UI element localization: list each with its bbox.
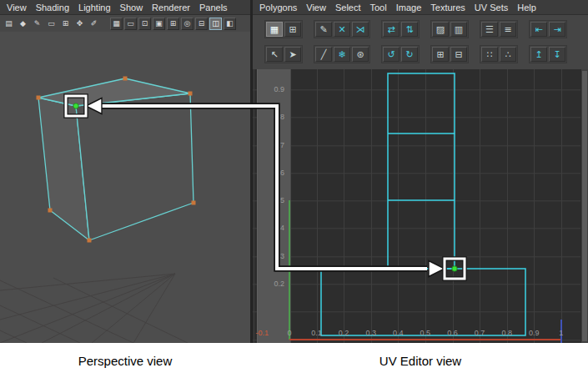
uv-smudge-icon[interactable]: ⊞ xyxy=(284,22,301,37)
menu-tool[interactable]: Tool xyxy=(366,2,391,13)
v-tick-label: 0.4 xyxy=(257,214,284,242)
safe-action-icon[interactable]: ◎ xyxy=(181,18,193,30)
menu-renderer[interactable]: Renderer xyxy=(148,2,194,13)
film-gate-icon[interactable]: ▭ xyxy=(124,18,137,30)
toolbar-separator xyxy=(102,23,108,24)
icon-glyph: ✕ xyxy=(338,25,345,34)
menu-image[interactable]: Image xyxy=(392,2,426,13)
uv-editor-canvas[interactable]: 0.90.80.70.60.50.40.30.2 -0.100.10.20.30… xyxy=(253,69,588,343)
grid-snap-minus-icon[interactable]: ⊟ xyxy=(450,47,467,62)
uv-toolbar-group: ╱❄⊛ xyxy=(314,45,370,63)
cut-uv-icon[interactable]: ✎ xyxy=(315,22,332,37)
u-tick-label: 0.6 xyxy=(439,329,466,337)
icon-glyph: ✐ xyxy=(91,20,98,28)
v-tick-label: 0.3 xyxy=(257,243,284,270)
delete-uv-icon[interactable]: ✕ xyxy=(334,22,350,37)
select-shell-tool-icon[interactable]: ➤ xyxy=(284,47,301,62)
unfold-uv-icon[interactable]: ❄ xyxy=(334,47,350,62)
icon-glyph: ∴ xyxy=(505,50,511,59)
menu-show[interactable]: Show xyxy=(116,2,148,13)
align-top-icon[interactable]: ↥ xyxy=(530,47,547,62)
icon-glyph: ✎ xyxy=(319,25,327,34)
grid-snap-plus-icon[interactable]: ⊞ xyxy=(432,47,449,62)
rotate-ccw-icon[interactable]: ↺ xyxy=(383,47,400,62)
snap-right-icon[interactable]: ⇥ xyxy=(549,22,565,37)
uv-lattice-icon[interactable]: ▦ xyxy=(266,22,283,37)
u-axis-tick-labels: -0.100.10.20.30.40.50.60.70.80.91 xyxy=(253,329,575,337)
straighten-uv-icon[interactable]: ╱ xyxy=(315,47,332,62)
icon-glyph: ▦ xyxy=(113,20,120,28)
scrollbar-thumb[interactable] xyxy=(582,71,587,341)
camera-attributes-icon[interactable]: ✎ xyxy=(31,18,43,30)
align-shells-icon[interactable]: ≡ xyxy=(500,22,516,37)
uv-toolbar-row-2: ↖➤ ╱❄⊛ ↺↻ ⊞⊟ ∷∴ ↥↧ xyxy=(264,42,588,67)
uv-toolbar-group: ⊞⊟ xyxy=(430,45,469,63)
safe-title-icon[interactable]: ⊟ xyxy=(195,18,208,30)
menu-help[interactable]: Help xyxy=(513,2,540,13)
u-tick-label: -0.1 xyxy=(253,329,276,337)
menu-view[interactable]: View xyxy=(3,2,31,13)
relax-uv-icon[interactable]: ⊛ xyxy=(352,47,369,62)
icon-glyph: ↧ xyxy=(553,50,560,59)
v-tick-label: 0.8 xyxy=(257,103,284,131)
rotate-cw-icon[interactable]: ↻ xyxy=(401,47,418,62)
menu-shading[interactable]: Shading xyxy=(32,2,73,13)
menu-lighting[interactable]: Lighting xyxy=(74,2,115,13)
icon-glyph: ≡ xyxy=(504,25,511,34)
uv-toolbar-group: ↺↻ xyxy=(381,45,420,63)
uv-toolbar-group: ↥↧ xyxy=(529,45,567,63)
v-axis-tick-labels: 0.90.80.70.60.50.40.30.2 xyxy=(257,76,284,298)
pixel-snap-icon[interactable]: ∴ xyxy=(500,47,516,62)
pan-zoom-icon[interactable]: ✥ xyxy=(73,18,86,30)
resolution-gate-icon[interactable]: ⊡ xyxy=(138,18,151,30)
lock-camera-icon[interactable]: ◆ xyxy=(17,18,29,30)
icon-glyph: ⊛ xyxy=(356,50,364,59)
gate-mask-icon[interactable]: ▣ xyxy=(153,18,165,30)
u-tick-label: 0.1 xyxy=(303,329,330,337)
icon-glyph: ◫ xyxy=(212,20,219,28)
match-grid-icon[interactable]: ∷ xyxy=(481,47,498,62)
icon-glyph: ⇤ xyxy=(535,25,542,34)
field-chart-icon[interactable]: ⊞ xyxy=(167,18,179,30)
grease-pencil-icon[interactable]: ✐ xyxy=(88,18,100,30)
align-bottom-icon[interactable]: ↧ xyxy=(549,47,565,62)
menu-panels[interactable]: Panels xyxy=(195,2,232,13)
menu-view[interactable]: View xyxy=(302,2,330,13)
image-plane-icon[interactable]: ⊞ xyxy=(59,18,72,30)
menu-uv-sets[interactable]: UV Sets xyxy=(470,2,512,13)
ground-grid-lines xyxy=(0,274,188,343)
xray-icon[interactable]: ◧ xyxy=(224,18,236,30)
bookmark-icon[interactable]: ▭ xyxy=(45,18,58,30)
v-tick-label: 0.9 xyxy=(257,76,284,103)
uv-editor-view-caption: UV Editor view xyxy=(253,354,588,368)
icon-glyph: ⊟ xyxy=(199,20,205,28)
menu-select[interactable]: Select xyxy=(331,2,365,13)
icon-glyph: ▥ xyxy=(455,25,463,34)
move-and-sew-icon[interactable]: ▥ xyxy=(450,22,467,37)
icon-glyph: ⋊ xyxy=(356,25,365,34)
perspective-viewport[interactable] xyxy=(0,32,250,343)
select-camera-icon[interactable]: ▤ xyxy=(3,18,15,30)
perspective-view-caption: Perspective view xyxy=(0,354,250,368)
u-tick-label: 0.8 xyxy=(493,329,520,337)
perspective-toolbar: ▤ ◆ ✎ ▭ ⊞ ✥ ✐ xyxy=(0,15,250,33)
v-tick-label: 0.7 xyxy=(257,132,284,159)
split-uv-icon[interactable]: ⋊ xyxy=(352,22,369,37)
flip-v-icon[interactable]: ⇅ xyxy=(401,22,418,37)
layout-uv-icon[interactable]: ☰ xyxy=(481,22,498,37)
scene-canvas xyxy=(0,32,250,343)
grid-toggle-icon[interactable]: ▦ xyxy=(110,18,123,30)
select-uv-tool-icon[interactable]: ↖ xyxy=(266,47,283,62)
icon-glyph: ▦ xyxy=(270,25,279,34)
u-tick-label: 0.7 xyxy=(466,329,494,337)
wireframe-on-shaded-icon[interactable]: ◫ xyxy=(209,18,222,30)
sew-uv-icon[interactable]: ▨ xyxy=(432,22,449,37)
menu-polygons[interactable]: Polygons xyxy=(255,2,301,13)
icon-glyph: ➤ xyxy=(289,50,296,59)
icon-glyph: ✥ xyxy=(77,20,83,28)
snap-left-icon[interactable]: ⇤ xyxy=(530,22,547,37)
menu-textures[interactable]: Textures xyxy=(426,2,470,13)
uv-vertical-scrollbar xyxy=(580,69,588,343)
flip-u-icon[interactable]: ⇄ xyxy=(383,22,400,37)
uv-toolbar-group: ∷∴ xyxy=(480,45,518,63)
